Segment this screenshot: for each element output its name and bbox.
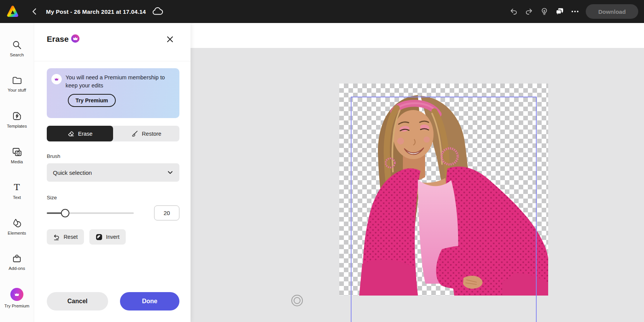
sidebar-item-templates[interactable]: Templates (0, 102, 34, 138)
sidebar-item-label: Elements (8, 231, 26, 235)
done-button[interactable]: Done (120, 292, 179, 310)
cancel-button[interactable]: Cancel (47, 292, 108, 310)
adobe-express-logo-icon[interactable] (6, 4, 19, 19)
canvas-artboard[interactable] (339, 84, 548, 296)
more-options-button[interactable] (567, 4, 583, 19)
paintbrush-icon (131, 130, 138, 137)
reset-label: Reset (64, 234, 78, 240)
invert-label: Invert (106, 234, 120, 240)
top-bar: My Post - 26 March 2021 at 17.04.14 Down… (0, 0, 644, 23)
document-title: My Post - 26 March 2021 at 17.04.14 (46, 8, 146, 15)
undo-button[interactable] (506, 4, 521, 19)
premium-message: You will need a Premium membership to ke… (66, 74, 165, 90)
sidebar-item-elements[interactable]: Elements (0, 209, 34, 245)
size-row (47, 205, 179, 220)
reset-button[interactable]: Reset (47, 229, 84, 245)
sidebar-item-label: Templates (7, 124, 27, 128)
panel-title: Erase (47, 34, 69, 44)
size-slider[interactable] (47, 209, 134, 217)
adobe-express-editor: My Post - 26 March 2021 at 17.04.14 Down… (0, 0, 644, 322)
erase-panel-header: Erase (34, 23, 191, 61)
tab-restore-label: Restore (142, 131, 161, 137)
media-icon (12, 147, 22, 157)
lightbulb-icon[interactable] (537, 4, 552, 19)
sidebar-item-search[interactable]: Search (0, 31, 34, 66)
sidebar-item-add-ons[interactable]: Add-ons (0, 245, 34, 280)
workspace[interactable] (191, 23, 644, 322)
sidebar-item-media[interactable]: Media (0, 138, 34, 173)
brush-label: Brush (47, 153, 179, 159)
sidebar-item-try-premium[interactable]: Try Premium (0, 280, 34, 316)
sidebar-item-text[interactable]: T Text (0, 173, 34, 209)
sidebar-item-label: Search (10, 53, 24, 57)
templates-icon (12, 111, 22, 121)
erase-panel: Erase You will need a Premium membership… (34, 23, 191, 322)
reset-undo-icon (53, 233, 60, 241)
sidebar-item-label: Your stuff (8, 88, 26, 92)
premium-banner: You will need a Premium membership to ke… (47, 68, 179, 118)
back-button[interactable] (28, 5, 41, 18)
erase-restore-toggle: Erase Restore (47, 126, 179, 141)
comments-icon[interactable] (552, 4, 567, 19)
elements-icon (12, 218, 22, 228)
tab-erase[interactable]: Erase (47, 126, 113, 141)
close-icon (167, 36, 173, 43)
cloud-sync-icon (152, 7, 163, 16)
invert-icon (95, 233, 103, 241)
size-value-input[interactable] (154, 205, 179, 220)
try-premium-button[interactable]: Try Premium (68, 94, 116, 107)
erase-panel-footer: Cancel Done (47, 292, 179, 310)
eraser-icon (67, 130, 75, 137)
tab-restore[interactable]: Restore (113, 126, 179, 141)
folder-icon (12, 76, 22, 85)
text-icon: T (12, 182, 22, 192)
search-icon (12, 40, 22, 50)
brush-cursor-inner-ring (294, 297, 301, 304)
brush-cursor-indicator (291, 295, 303, 306)
left-sidebar: Search Your stuff Templates Media T Text… (0, 23, 34, 322)
person-image[interactable] (339, 84, 548, 296)
sidebar-item-label: Text (13, 195, 21, 200)
sidebar-item-your-stuff[interactable]: Your stuff (0, 66, 34, 102)
invert-button[interactable]: Invert (89, 229, 126, 245)
size-label: Size (47, 195, 179, 200)
sidebar-item-label: Media (11, 159, 23, 164)
svg-text:T: T (14, 182, 20, 192)
sidebar-item-label: Add-ons (9, 266, 25, 271)
redo-button[interactable] (521, 4, 537, 19)
sidebar-item-label: Try Premium (4, 304, 29, 308)
tab-erase-label: Erase (78, 131, 93, 137)
close-panel-button[interactable] (164, 34, 175, 44)
context-toolbar-area (191, 23, 644, 48)
addons-icon (12, 254, 22, 263)
brush-dropdown-value: Quick selection (53, 169, 167, 176)
download-button[interactable]: Download (586, 4, 638, 19)
premium-crown-badge-icon (71, 34, 80, 43)
slider-thumb[interactable] (61, 209, 69, 217)
chevron-down-icon (167, 169, 173, 176)
brush-dropdown[interactable]: Quick selection (47, 163, 179, 182)
premium-crown-icon (10, 288, 23, 301)
banner-crown-icon (51, 74, 62, 84)
erase-panel-body: You will need a Premium membership to ke… (47, 68, 179, 245)
brush-actions: Reset Invert (47, 229, 179, 245)
